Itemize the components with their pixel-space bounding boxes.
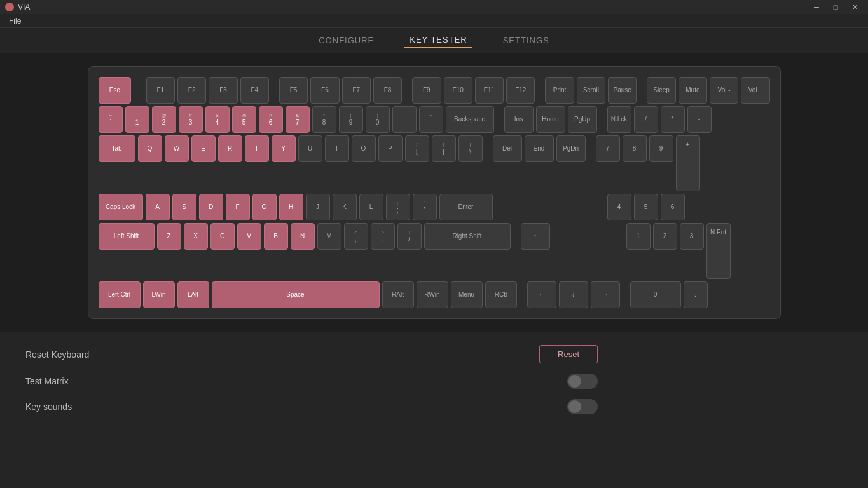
key-i[interactable]: I — [325, 135, 349, 162]
key-num3[interactable]: 3 — [680, 223, 704, 250]
key-scroll[interactable]: Scroll — [577, 77, 605, 104]
key-1[interactable]: !1 — [125, 106, 149, 133]
key-tab[interactable]: Tab — [99, 135, 135, 162]
key-num-plus[interactable]: + — [676, 135, 700, 191]
key-enter[interactable]: Enter — [439, 194, 493, 220]
key-h[interactable]: H — [279, 194, 303, 220]
key-u[interactable]: U — [298, 135, 322, 162]
key-r[interactable]: R — [218, 135, 242, 162]
reset-button[interactable]: Reset — [539, 345, 598, 363]
key-num9[interactable]: 9 — [649, 135, 673, 162]
key-rbracket[interactable]: }] — [432, 135, 456, 162]
key-down[interactable]: ↓ — [559, 281, 588, 308]
key-f6[interactable]: F6 — [310, 77, 339, 104]
key-f12[interactable]: F12 — [506, 77, 535, 104]
test-matrix-toggle[interactable] — [567, 374, 598, 389]
key-right-shift[interactable]: Right Shift — [424, 223, 511, 250]
key-v[interactable]: V — [237, 223, 261, 250]
key-pause[interactable]: Pause — [608, 77, 637, 104]
key-lwin[interactable]: LWin — [143, 281, 175, 308]
key-num-minus[interactable]: - — [687, 106, 712, 133]
key-f7[interactable]: F7 — [342, 77, 371, 104]
key-num-slash[interactable]: / — [634, 106, 658, 133]
key-b[interactable]: B — [264, 223, 288, 250]
key-rwin[interactable]: RWin — [417, 281, 448, 308]
key-left-shift[interactable]: Left Shift — [99, 223, 155, 250]
tab-configure[interactable]: CONFIGURE — [313, 33, 379, 48]
key-f3[interactable]: F3 — [209, 77, 237, 104]
key-n[interactable]: N — [291, 223, 315, 250]
key-rctrl[interactable]: RCtl — [485, 281, 517, 308]
key-o[interactable]: O — [352, 135, 376, 162]
key-home[interactable]: Home — [536, 106, 565, 133]
key-num0[interactable]: 0 — [630, 281, 681, 308]
key-f5[interactable]: F5 — [279, 77, 308, 104]
key-numenter[interactable]: N.Ent — [706, 223, 731, 279]
key-f2[interactable]: F2 — [177, 77, 206, 104]
key-6[interactable]: ^6 — [259, 106, 283, 133]
key-j[interactable]: J — [306, 194, 330, 220]
key-quote[interactable]: "' — [413, 194, 437, 220]
key-period[interactable]: >. — [371, 223, 395, 250]
key-y[interactable]: Y — [272, 135, 296, 162]
tab-key-tester[interactable]: KEY TESTER — [404, 32, 472, 48]
key-m[interactable]: M — [317, 223, 341, 250]
key-print[interactable]: Print — [545, 77, 574, 104]
key-up[interactable]: ↑ — [521, 223, 550, 250]
key-minus[interactable]: _- — [392, 106, 417, 133]
key-numlock[interactable]: N.Lck — [607, 106, 631, 133]
key-del[interactable]: Del — [493, 135, 522, 162]
key-z[interactable]: Z — [157, 223, 181, 250]
key-0[interactable]: )0 — [366, 106, 390, 133]
key-esc[interactable]: Esc — [99, 77, 131, 104]
key-c[interactable]: C — [210, 223, 235, 250]
key-4[interactable]: $4 — [205, 106, 230, 133]
key-3[interactable]: #3 — [179, 106, 203, 133]
file-menu[interactable]: File — [5, 15, 25, 27]
key-equals[interactable]: += — [419, 106, 443, 133]
key-num-asterisk[interactable]: * — [661, 106, 685, 133]
minimize-button[interactable]: ─ — [808, 1, 825, 13]
key-num4[interactable]: 4 — [607, 194, 631, 220]
key-num2[interactable]: 2 — [653, 223, 677, 250]
key-slash[interactable]: ?/ — [397, 223, 422, 250]
key-7[interactable]: &7 — [286, 106, 310, 133]
key-num5[interactable]: 5 — [634, 194, 658, 220]
key-num6[interactable]: 6 — [661, 194, 685, 220]
key-a[interactable]: A — [146, 194, 170, 220]
key-f10[interactable]: F10 — [444, 77, 472, 104]
key-num1[interactable]: 1 — [626, 223, 651, 250]
key-f4[interactable]: F4 — [240, 77, 269, 104]
key-left[interactable]: ← — [527, 281, 556, 308]
key-semicolon[interactable]: :; — [386, 194, 410, 220]
key-x[interactable]: X — [184, 223, 208, 250]
key-9[interactable]: (9 — [339, 106, 363, 133]
key-space[interactable]: Space — [212, 281, 380, 308]
key-capslock[interactable]: Caps Lock — [99, 194, 143, 220]
key-f8[interactable]: F8 — [373, 77, 402, 104]
key-8[interactable]: *8 — [312, 106, 336, 133]
key-vol-down[interactable]: Vol - — [710, 77, 738, 104]
key-l[interactable]: L — [359, 194, 383, 220]
key-backslash[interactable]: |\ — [458, 135, 483, 162]
key-t[interactable]: T — [245, 135, 269, 162]
maximize-button[interactable]: □ — [827, 1, 844, 13]
key-menu[interactable]: Menu — [451, 281, 483, 308]
titlebar-controls[interactable]: ─ □ ✕ — [808, 1, 863, 13]
key-f[interactable]: F — [226, 194, 250, 220]
key-sleep[interactable]: Sleep — [647, 77, 675, 104]
close-button[interactable]: ✕ — [846, 1, 863, 13]
key-f1[interactable]: F1 — [146, 77, 175, 104]
key-e[interactable]: E — [191, 135, 216, 162]
key-q[interactable]: Q — [138, 135, 162, 162]
key-ralt[interactable]: RAlt — [382, 281, 414, 308]
key-backspace[interactable]: Backspace — [446, 106, 494, 133]
key-ins[interactable]: Ins — [504, 106, 534, 133]
key-s[interactable]: S — [172, 194, 196, 220]
key-right[interactable]: → — [591, 281, 620, 308]
key-lalt[interactable]: LAlt — [177, 281, 209, 308]
key-5[interactable]: %5 — [232, 106, 256, 133]
key-lbracket[interactable]: {[ — [405, 135, 429, 162]
key-2[interactable]: @2 — [152, 106, 176, 133]
key-end[interactable]: End — [525, 135, 554, 162]
